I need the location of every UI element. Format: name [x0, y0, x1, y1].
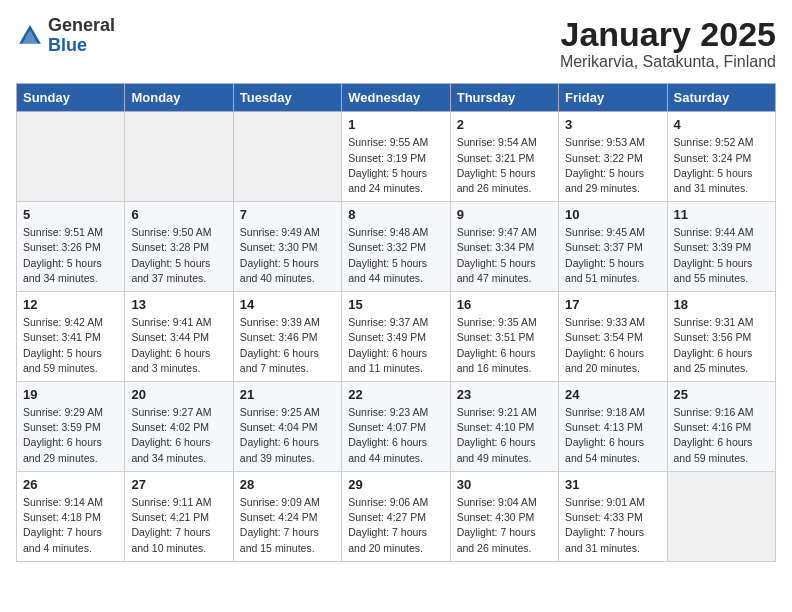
day-cell: 30Sunrise: 9:04 AM Sunset: 4:30 PM Dayli…	[450, 471, 558, 561]
day-info: Sunrise: 9:39 AM Sunset: 3:46 PM Dayligh…	[240, 315, 335, 376]
day-cell: 6Sunrise: 9:50 AM Sunset: 3:28 PM Daylig…	[125, 202, 233, 292]
day-info: Sunrise: 9:41 AM Sunset: 3:44 PM Dayligh…	[131, 315, 226, 376]
day-number: 30	[457, 477, 552, 492]
day-number: 15	[348, 297, 443, 312]
day-number: 9	[457, 207, 552, 222]
day-info: Sunrise: 9:33 AM Sunset: 3:54 PM Dayligh…	[565, 315, 660, 376]
calendar-subtitle: Merikarvia, Satakunta, Finland	[560, 53, 776, 71]
day-cell: 14Sunrise: 9:39 AM Sunset: 3:46 PM Dayli…	[233, 292, 341, 382]
day-info: Sunrise: 9:27 AM Sunset: 4:02 PM Dayligh…	[131, 405, 226, 466]
day-number: 10	[565, 207, 660, 222]
day-info: Sunrise: 9:31 AM Sunset: 3:56 PM Dayligh…	[674, 315, 769, 376]
day-info: Sunrise: 9:55 AM Sunset: 3:19 PM Dayligh…	[348, 135, 443, 196]
day-number: 14	[240, 297, 335, 312]
day-number: 29	[348, 477, 443, 492]
day-info: Sunrise: 9:37 AM Sunset: 3:49 PM Dayligh…	[348, 315, 443, 376]
day-cell: 1Sunrise: 9:55 AM Sunset: 3:19 PM Daylig…	[342, 112, 450, 202]
day-number: 27	[131, 477, 226, 492]
calendar-table: SundayMondayTuesdayWednesdayThursdayFrid…	[16, 83, 776, 561]
logo: General Blue	[16, 16, 115, 56]
day-cell: 11Sunrise: 9:44 AM Sunset: 3:39 PM Dayli…	[667, 202, 775, 292]
day-info: Sunrise: 9:04 AM Sunset: 4:30 PM Dayligh…	[457, 495, 552, 556]
day-cell: 29Sunrise: 9:06 AM Sunset: 4:27 PM Dayli…	[342, 471, 450, 561]
day-number: 18	[674, 297, 769, 312]
day-number: 4	[674, 117, 769, 132]
day-info: Sunrise: 9:01 AM Sunset: 4:33 PM Dayligh…	[565, 495, 660, 556]
day-number: 17	[565, 297, 660, 312]
col-header-wednesday: Wednesday	[342, 84, 450, 112]
day-number: 3	[565, 117, 660, 132]
day-cell: 31Sunrise: 9:01 AM Sunset: 4:33 PM Dayli…	[559, 471, 667, 561]
day-cell	[233, 112, 341, 202]
day-cell: 17Sunrise: 9:33 AM Sunset: 3:54 PM Dayli…	[559, 292, 667, 382]
day-cell: 27Sunrise: 9:11 AM Sunset: 4:21 PM Dayli…	[125, 471, 233, 561]
col-header-thursday: Thursday	[450, 84, 558, 112]
day-info: Sunrise: 9:11 AM Sunset: 4:21 PM Dayligh…	[131, 495, 226, 556]
day-number: 22	[348, 387, 443, 402]
day-cell: 16Sunrise: 9:35 AM Sunset: 3:51 PM Dayli…	[450, 292, 558, 382]
week-row-3: 12Sunrise: 9:42 AM Sunset: 3:41 PM Dayli…	[17, 292, 776, 382]
day-number: 12	[23, 297, 118, 312]
day-number: 20	[131, 387, 226, 402]
day-info: Sunrise: 9:52 AM Sunset: 3:24 PM Dayligh…	[674, 135, 769, 196]
col-header-tuesday: Tuesday	[233, 84, 341, 112]
week-row-2: 5Sunrise: 9:51 AM Sunset: 3:26 PM Daylig…	[17, 202, 776, 292]
calendar-header-row: SundayMondayTuesdayWednesdayThursdayFrid…	[17, 84, 776, 112]
day-number: 25	[674, 387, 769, 402]
day-number: 6	[131, 207, 226, 222]
day-number: 21	[240, 387, 335, 402]
day-info: Sunrise: 9:42 AM Sunset: 3:41 PM Dayligh…	[23, 315, 118, 376]
col-header-monday: Monday	[125, 84, 233, 112]
page-header: General Blue January 2025 Merikarvia, Sa…	[16, 16, 776, 71]
day-info: Sunrise: 9:18 AM Sunset: 4:13 PM Dayligh…	[565, 405, 660, 466]
day-number: 28	[240, 477, 335, 492]
day-info: Sunrise: 9:14 AM Sunset: 4:18 PM Dayligh…	[23, 495, 118, 556]
day-cell: 18Sunrise: 9:31 AM Sunset: 3:56 PM Dayli…	[667, 292, 775, 382]
day-cell: 21Sunrise: 9:25 AM Sunset: 4:04 PM Dayli…	[233, 382, 341, 472]
day-cell: 7Sunrise: 9:49 AM Sunset: 3:30 PM Daylig…	[233, 202, 341, 292]
calendar-title: January 2025	[560, 16, 776, 53]
day-number: 24	[565, 387, 660, 402]
day-cell: 2Sunrise: 9:54 AM Sunset: 3:21 PM Daylig…	[450, 112, 558, 202]
day-number: 7	[240, 207, 335, 222]
day-cell: 22Sunrise: 9:23 AM Sunset: 4:07 PM Dayli…	[342, 382, 450, 472]
day-info: Sunrise: 9:45 AM Sunset: 3:37 PM Dayligh…	[565, 225, 660, 286]
day-info: Sunrise: 9:25 AM Sunset: 4:04 PM Dayligh…	[240, 405, 335, 466]
day-info: Sunrise: 9:09 AM Sunset: 4:24 PM Dayligh…	[240, 495, 335, 556]
day-cell: 28Sunrise: 9:09 AM Sunset: 4:24 PM Dayli…	[233, 471, 341, 561]
day-info: Sunrise: 9:29 AM Sunset: 3:59 PM Dayligh…	[23, 405, 118, 466]
day-info: Sunrise: 9:47 AM Sunset: 3:34 PM Dayligh…	[457, 225, 552, 286]
logo-general: General	[48, 16, 115, 36]
day-number: 11	[674, 207, 769, 222]
day-info: Sunrise: 9:16 AM Sunset: 4:16 PM Dayligh…	[674, 405, 769, 466]
day-number: 23	[457, 387, 552, 402]
day-info: Sunrise: 9:54 AM Sunset: 3:21 PM Dayligh…	[457, 135, 552, 196]
day-info: Sunrise: 9:21 AM Sunset: 4:10 PM Dayligh…	[457, 405, 552, 466]
day-info: Sunrise: 9:53 AM Sunset: 3:22 PM Dayligh…	[565, 135, 660, 196]
title-block: January 2025 Merikarvia, Satakunta, Finl…	[560, 16, 776, 71]
day-number: 19	[23, 387, 118, 402]
week-row-4: 19Sunrise: 9:29 AM Sunset: 3:59 PM Dayli…	[17, 382, 776, 472]
col-header-sunday: Sunday	[17, 84, 125, 112]
day-cell: 26Sunrise: 9:14 AM Sunset: 4:18 PM Dayli…	[17, 471, 125, 561]
logo-blue: Blue	[48, 36, 115, 56]
day-number: 31	[565, 477, 660, 492]
day-number: 2	[457, 117, 552, 132]
day-cell: 23Sunrise: 9:21 AM Sunset: 4:10 PM Dayli…	[450, 382, 558, 472]
day-number: 5	[23, 207, 118, 222]
day-cell	[17, 112, 125, 202]
day-info: Sunrise: 9:49 AM Sunset: 3:30 PM Dayligh…	[240, 225, 335, 286]
day-cell: 19Sunrise: 9:29 AM Sunset: 3:59 PM Dayli…	[17, 382, 125, 472]
day-info: Sunrise: 9:44 AM Sunset: 3:39 PM Dayligh…	[674, 225, 769, 286]
day-cell: 3Sunrise: 9:53 AM Sunset: 3:22 PM Daylig…	[559, 112, 667, 202]
week-row-1: 1Sunrise: 9:55 AM Sunset: 3:19 PM Daylig…	[17, 112, 776, 202]
day-cell: 5Sunrise: 9:51 AM Sunset: 3:26 PM Daylig…	[17, 202, 125, 292]
day-cell: 9Sunrise: 9:47 AM Sunset: 3:34 PM Daylig…	[450, 202, 558, 292]
day-cell: 12Sunrise: 9:42 AM Sunset: 3:41 PM Dayli…	[17, 292, 125, 382]
day-cell: 10Sunrise: 9:45 AM Sunset: 3:37 PM Dayli…	[559, 202, 667, 292]
day-number: 13	[131, 297, 226, 312]
day-cell: 25Sunrise: 9:16 AM Sunset: 4:16 PM Dayli…	[667, 382, 775, 472]
day-info: Sunrise: 9:48 AM Sunset: 3:32 PM Dayligh…	[348, 225, 443, 286]
day-cell: 4Sunrise: 9:52 AM Sunset: 3:24 PM Daylig…	[667, 112, 775, 202]
day-cell: 13Sunrise: 9:41 AM Sunset: 3:44 PM Dayli…	[125, 292, 233, 382]
